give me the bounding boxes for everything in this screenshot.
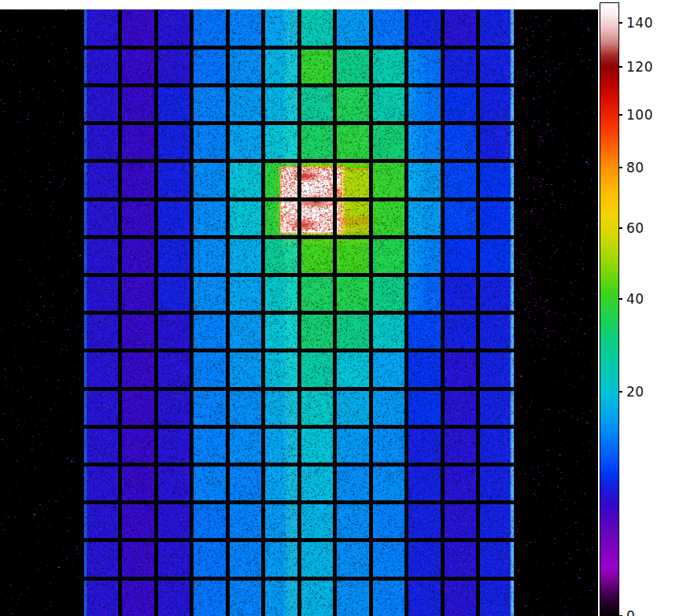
- grid-line-horizontal: [84, 425, 514, 429]
- colorbar-tick-label: 20: [626, 384, 644, 400]
- grid-line-horizontal: [84, 121, 514, 125]
- grid-line-horizontal: [84, 273, 514, 277]
- grid-line-horizontal: [84, 500, 514, 504]
- colorbar-tick-mark: [618, 22, 622, 24]
- colorbar-tick-mark: [618, 167, 622, 168]
- colorbar-tick-mark: [618, 391, 622, 393]
- colorbar-tick-mark: [618, 298, 622, 300]
- grid-line-horizontal: [84, 349, 514, 352]
- colorbar-tick-label: 120: [626, 59, 653, 75]
- grid-line-horizontal: [84, 538, 514, 542]
- colorbar-tick-label: 80: [626, 160, 644, 175]
- colorbar-tick-label: 140: [626, 15, 653, 31]
- detector-heatmap: [0, 9, 598, 616]
- colorbar-tick-label: 0: [626, 608, 635, 616]
- colorbar-tick-label: 60: [626, 220, 644, 236]
- grid-line-horizontal: [84, 577, 514, 581]
- grid-line-horizontal: [84, 197, 514, 201]
- grid-line-horizontal: [84, 46, 514, 50]
- colorbar-tick-label: 40: [626, 291, 644, 307]
- grid-line-horizontal: [84, 311, 514, 315]
- grid-line-horizontal: [84, 463, 514, 467]
- grid-line-horizontal: [84, 159, 514, 163]
- colorbar-tick-label: 100: [626, 107, 653, 123]
- colorbar: [600, 2, 619, 616]
- colorbar-tick-mark: [618, 114, 622, 116]
- colorbar-tick-mark: [618, 227, 622, 229]
- grid-line-horizontal: [84, 387, 514, 391]
- colorbar-tick-mark: [618, 66, 622, 68]
- grid-line-horizontal: [84, 83, 514, 87]
- detector-figure: 140120100806040200: [0, 0, 683, 616]
- grid-line-horizontal: [84, 235, 514, 239]
